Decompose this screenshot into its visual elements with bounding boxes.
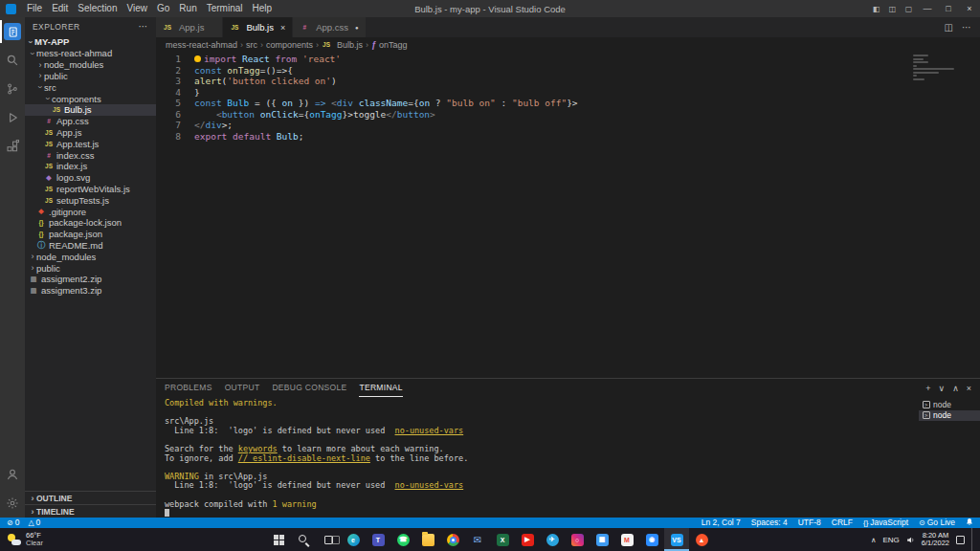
taskbar-search-icon[interactable] (291, 528, 316, 551)
tab-bulb-js[interactable]: JSBulb.js× (223, 17, 293, 37)
file-readme-md[interactable]: ⓘREADME.md (25, 240, 156, 252)
code-line-5[interactable]: 5const Bulb = ({ on }) => <div className… (156, 98, 980, 109)
terminal-output[interactable]: Compiled with warnings. src\App.js Line … (156, 397, 919, 518)
explorer-activity-icon[interactable] (0, 17, 25, 46)
file-app-css[interactable]: #App.css (25, 116, 156, 127)
workspace-root-my-app[interactable]: › MY-APP (25, 35, 156, 48)
taskbar-edge-icon[interactable]: e (341, 528, 366, 551)
close-tab-icon[interactable]: × (280, 23, 285, 33)
status-eol[interactable]: CRLF (832, 518, 853, 528)
status-errors[interactable]: ⊘0 (7, 518, 19, 528)
file-gitignore[interactable]: ◆.gitignore (25, 206, 156, 217)
settings-activity-icon[interactable] (0, 489, 25, 518)
source-control-activity-icon[interactable] (0, 75, 25, 103)
file-app-test-js[interactable]: JSApp.test.js (25, 138, 156, 149)
close-panel-icon[interactable]: × (967, 384, 971, 393)
more-actions-icon[interactable]: ⋯ (962, 22, 971, 33)
code-line-8[interactable]: 8export default Bulb; (156, 131, 980, 143)
tray-expand-icon[interactable]: ∧ (871, 536, 877, 544)
taskbar-teams-icon[interactable]: T (366, 528, 390, 551)
code-line-1[interactable]: 1import React from 'react' (156, 54, 980, 65)
status-warnings[interactable]: △0 (28, 518, 40, 528)
status-go-live[interactable]: ⊙Go Live (919, 518, 955, 528)
code-editor[interactable]: 1import React from 'react'2const onTagg=… (156, 52, 980, 378)
status-encoding[interactable]: UTF-8 (798, 518, 821, 528)
quick-fix-lightbulb-icon[interactable] (194, 55, 201, 62)
taskbar-instagram-icon[interactable]: ○ (565, 528, 590, 551)
minimize-button[interactable]: — (917, 0, 938, 17)
code-line-4[interactable]: 4} (156, 87, 980, 99)
taskbar-start-icon[interactable] (266, 528, 291, 551)
file-reportwebvitals-js[interactable]: JSreportWebVitals.js (25, 184, 156, 195)
file-package-json[interactable]: {}package.json (25, 229, 156, 240)
menu-help[interactable]: Help (248, 0, 278, 17)
folder-mess-react-ahmad[interactable]: ›mess-react-ahmad (25, 48, 156, 59)
menu-selection[interactable]: Selection (73, 0, 122, 17)
close-button[interactable]: × (959, 0, 980, 17)
run-debug-activity-icon[interactable] (0, 103, 25, 132)
menu-run[interactable]: Run (174, 0, 201, 17)
menu-file[interactable]: File (22, 0, 47, 17)
explorer-more-actions-icon[interactable]: ⋯ (139, 21, 148, 32)
file-logo-svg[interactable]: ◆logo.svg (25, 172, 156, 184)
breadcrumb-components[interactable]: components (266, 40, 313, 50)
notification-center-icon[interactable] (956, 536, 965, 544)
breadcrumb-ontagg[interactable]: ƒonTagg (371, 40, 408, 50)
file-index-css[interactable]: #index.css (25, 149, 156, 161)
terminal-instance-node-1[interactable]: >node (919, 399, 980, 410)
file-package-lock-json[interactable]: {}package-lock.json (25, 217, 156, 229)
taskbar-gmail-icon[interactable]: M (614, 528, 639, 551)
toggle-sidebar-icon[interactable]: ◧ (868, 5, 884, 13)
taskbar-mail-icon[interactable]: ✉ (465, 528, 490, 551)
maximize-button[interactable]: □ (938, 0, 959, 17)
panel-tab-terminal[interactable]: TERMINAL (359, 379, 402, 397)
minimap[interactable] (913, 55, 969, 81)
breadcrumb-src[interactable]: src (246, 40, 257, 50)
folder-src[interactable]: ›src (25, 81, 156, 93)
menu-edit[interactable]: Edit (47, 0, 73, 17)
terminal-dropdown-icon[interactable]: ∨ (939, 384, 946, 393)
file-app-js[interactable]: JSApp.js (25, 127, 156, 139)
taskbar-excel-icon[interactable]: X (490, 528, 515, 551)
panel-tab-output[interactable]: OUTPUT (225, 379, 260, 397)
taskbar-task-view-icon[interactable] (316, 528, 341, 551)
menu-view[interactable]: View (122, 0, 153, 17)
code-line-6[interactable]: 6 <button onClick={onTagg}>toggle</butto… (156, 109, 980, 121)
taskbar-zoom-icon[interactable]: ◉ (639, 528, 664, 551)
folder-public[interactable]: ›public (25, 71, 156, 82)
customize-layout-icon[interactable]: ▢ (901, 5, 917, 13)
toggle-panel-icon[interactable]: ◫ (884, 5, 901, 13)
taskbar-youtube-icon[interactable]: ▶ (515, 528, 540, 551)
status-indentation[interactable]: Spaces: 4 (751, 518, 788, 528)
file-assigment2-zip[interactable]: ▤assigment2.zip (25, 274, 156, 285)
taskbar-photos-icon[interactable]: ▦ (590, 528, 614, 551)
taskbar-whatsapp-icon[interactable]: ☎ (390, 528, 415, 551)
taskbar-vscode-icon[interactable]: VS (664, 528, 689, 551)
tab-app-css[interactable]: #App.css● (293, 17, 366, 37)
taskbar-brave-icon[interactable]: ▲ (689, 528, 714, 551)
search-activity-icon[interactable] (0, 46, 25, 75)
panel-tab-debug-console[interactable]: DEBUG CONSOLE (272, 379, 346, 397)
code-line-3[interactable]: 3alert('button clicked on') (156, 76, 980, 87)
menu-go[interactable]: Go (152, 0, 174, 17)
folder-node-modules[interactable]: ›node_modules (25, 251, 156, 262)
extensions-activity-icon[interactable] (0, 132, 25, 161)
speaker-icon[interactable] (906, 536, 915, 544)
panel-tab-problems[interactable]: PROBLEMS (165, 379, 212, 397)
weather-widget[interactable]: 66°F Clear (0, 528, 51, 551)
file-assigment3-zip[interactable]: ▤assigment3.zip (25, 285, 156, 297)
status-notifications[interactable] (966, 518, 973, 529)
new-terminal-icon[interactable]: + (925, 384, 930, 393)
file-bulb-js[interactable]: JSBulb.js (25, 104, 156, 116)
code-line-2[interactable]: 2const onTagg=()=>{ (156, 65, 980, 77)
menu-terminal[interactable]: Terminal (202, 0, 248, 17)
code-line-7[interactable]: 7</div>; (156, 120, 980, 131)
show-desktop-button[interactable] (971, 528, 975, 551)
sidebar-section-timeline[interactable]: ›TIMELINE (25, 504, 156, 518)
taskbar-file-explorer-icon[interactable] (415, 528, 440, 551)
terminal-instance-node-2[interactable]: >node (919, 410, 980, 422)
tray-language[interactable]: ENG (882, 536, 899, 544)
folder-public[interactable]: ›public (25, 262, 156, 274)
tray-clock[interactable]: 8:20 AM 6/1/2022 (922, 532, 949, 548)
file-setuptests-js[interactable]: JSsetupTests.js (25, 194, 156, 206)
